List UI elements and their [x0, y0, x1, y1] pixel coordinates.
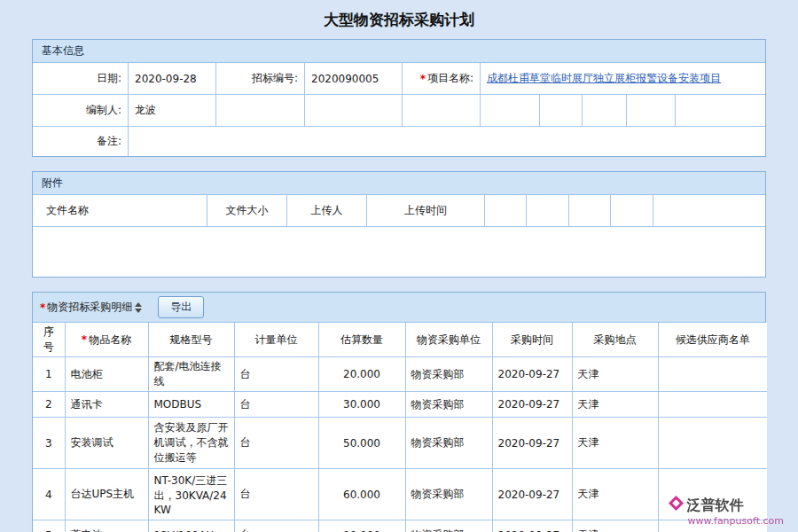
cell-unit: 台 [234, 469, 318, 520]
cell-unit: 台 [234, 357, 318, 392]
col-unit: 计量单位 [234, 323, 318, 357]
cell-name: 台达UPS主机 [65, 469, 148, 520]
attachment-header-uploadtime: 上传时间 [367, 195, 485, 226]
attachments-header-row: 文件名称 文件大小 上传人 上传时间 [33, 195, 765, 227]
empty-cell [627, 95, 676, 126]
detail-panel: * 物资招标采购明细 导出 序号 *物品名称 规格型号 计量单位 估算数量 物资… [32, 292, 766, 532]
cell-place: 天津 [572, 392, 658, 418]
cell-spec: 含安装及原厂开机调试，不含就位搬运等 [148, 418, 234, 469]
required-asterisk: * [40, 301, 45, 314]
table-row: 1 电池柜 配套/电池连接线 台 20.000 物资采购部 2020-09-27… [33, 357, 767, 392]
remark-label: 备注: [33, 127, 129, 156]
cell-place: 天津 [572, 418, 658, 469]
attachment-header-filesize: 文件大小 [207, 195, 287, 226]
cell-dept: 物资采购部 [405, 418, 492, 469]
detail-table: 序号 *物品名称 规格型号 计量单位 估算数量 物资采购单位 采购时间 采购地点… [33, 323, 767, 532]
empty-cell [305, 95, 403, 126]
cell-time: 2020-09-27 [492, 418, 572, 469]
cell-name: 蓄电池 [65, 520, 148, 532]
empty-cell [540, 95, 583, 126]
export-button[interactable]: 导出 [158, 296, 204, 318]
col-place: 采购地点 [572, 323, 658, 357]
page-title: 大型物资招标采购计划 [0, 0, 798, 39]
empty-cell [527, 195, 569, 226]
project-value-cell: 成都杜甫草堂临时展厅独立展柜报警设备安装项目 [481, 63, 765, 94]
project-label: *项目名称: [403, 63, 481, 94]
brand-name: 泛普软件 [687, 497, 744, 513]
basic-info-row-3: 备注: [33, 127, 765, 156]
cell-spec: NT-30K/三进三出，30KVA/24KW [148, 469, 234, 520]
cell-time: 2020-09-27 [492, 392, 572, 418]
cell-seq: 5 [33, 520, 65, 532]
basic-info-row-2: 编制人: 龙波 [33, 95, 765, 127]
col-seq: 序号 [33, 323, 65, 357]
col-suppliers: 候选供应商名单 [658, 323, 767, 357]
cell-time: 2020-09-27 [492, 520, 572, 532]
cell-spec: MODBUS [148, 392, 234, 418]
sort-toggle-icon[interactable] [135, 302, 142, 313]
detail-section-header: * 物资招标采购明细 导出 [33, 293, 765, 323]
cell-place: 天津 [572, 520, 658, 532]
cell-spec: 配套/电池连接线 [148, 357, 234, 392]
empty-cell [216, 95, 305, 126]
project-name-link[interactable]: 成都杜甫草堂临时展厅独立展柜报警设备安装项目 [487, 71, 721, 86]
table-row: 5 蓄电池 12V/100AH 台 90.000 物资采购部 2020-09-2… [33, 520, 767, 532]
required-asterisk: * [82, 333, 87, 346]
cell-qty: 30.000 [318, 392, 405, 418]
cell-unit: 台 [234, 392, 318, 418]
cell-seq: 4 [33, 469, 65, 520]
empty-cell [653, 195, 765, 226]
basic-info-row-1: 日期: 2020-09-28 招标编号: 2020090005 *项目名称: 成… [33, 63, 765, 95]
cell-unit: 台 [234, 418, 318, 469]
empty-cell [481, 95, 540, 126]
bid-no-label: 招标编号: [216, 63, 305, 94]
fanpu-logo-icon [669, 496, 684, 513]
col-qty: 估算数量 [318, 323, 405, 357]
empty-cell [611, 195, 653, 226]
date-label: 日期: [33, 63, 129, 94]
detail-section-title: 物资招标采购明细 [47, 300, 132, 315]
basic-info-panel: 基本信息 日期: 2020-09-28 招标编号: 2020090005 *项目… [32, 39, 766, 157]
cell-qty: 90.000 [318, 520, 405, 532]
attachments-empty-body [33, 227, 765, 277]
table-row: 2 通讯卡 MODBUS 台 30.000 物资采购部 2020-09-27 天… [33, 392, 767, 418]
brand-watermark: 泛普软件 www.fanpusoft.com [669, 496, 784, 527]
cell-seq: 2 [33, 392, 65, 418]
brand-url: www.fanpusoft.com [669, 515, 784, 527]
bid-no-value: 2020090005 [305, 63, 403, 94]
empty-cell [403, 95, 481, 126]
cell-suppliers [658, 357, 767, 392]
remark-value [129, 127, 765, 156]
cell-name: 安装调试 [65, 418, 148, 469]
cell-dept: 物资采购部 [405, 520, 492, 532]
cell-seq: 1 [33, 357, 65, 392]
empty-cell [569, 195, 611, 226]
author-value: 龙波 [129, 95, 216, 126]
attachments-section-title: 附件 [33, 172, 765, 195]
col-item-name: *物品名称 [65, 323, 148, 357]
cell-suppliers [658, 392, 767, 418]
empty-cell [583, 95, 627, 126]
cell-place: 天津 [572, 469, 658, 520]
attachment-header-uploader: 上传人 [287, 195, 367, 226]
cell-dept: 物资采购部 [405, 357, 492, 392]
attachments-panel: 附件 文件名称 文件大小 上传人 上传时间 [32, 171, 766, 278]
attachment-header-filename: 文件名称 [33, 195, 207, 226]
cell-name: 通讯卡 [65, 392, 148, 418]
col-spec: 规格型号 [148, 323, 234, 357]
cell-time: 2020-09-27 [492, 357, 572, 392]
col-dept: 物资采购单位 [405, 323, 492, 357]
cell-qty: 50.000 [318, 418, 405, 469]
cell-dept: 物资采购部 [405, 392, 492, 418]
cell-dept: 物资采购部 [405, 469, 492, 520]
table-row: 4 台达UPS主机 NT-30K/三进三出，30KVA/24KW 台 60.00… [33, 469, 767, 520]
date-value: 2020-09-28 [129, 63, 216, 94]
cell-unit: 台 [234, 520, 318, 532]
table-row: 3 安装调试 含安装及原厂开机调试，不含就位搬运等 台 50.000 物资采购部… [33, 418, 767, 469]
detail-header-row: 序号 *物品名称 规格型号 计量单位 估算数量 物资采购单位 采购时间 采购地点… [33, 323, 767, 357]
basic-info-section-title: 基本信息 [33, 40, 765, 63]
author-label: 编制人: [33, 95, 129, 126]
empty-cell [485, 195, 527, 226]
cell-seq: 3 [33, 418, 65, 469]
required-asterisk: * [420, 73, 426, 85]
